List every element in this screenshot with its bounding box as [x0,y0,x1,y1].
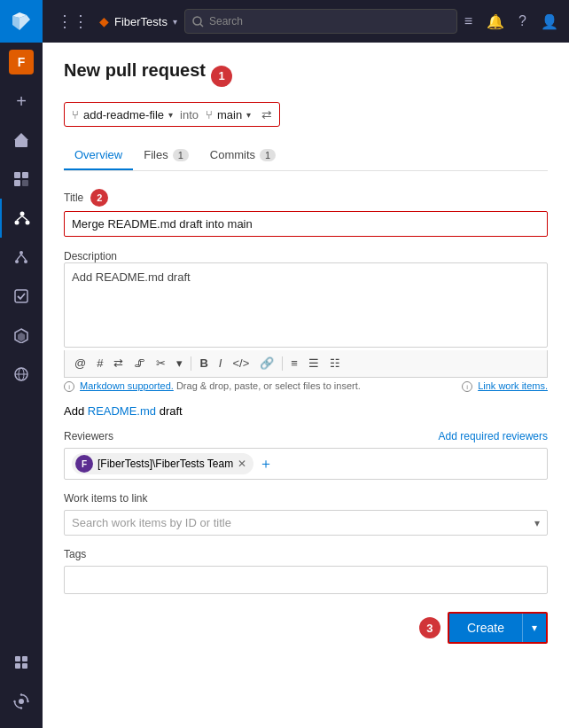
title-label: Title [64,192,83,204]
sidebar-item-repos[interactable] [0,199,43,238]
work-items-placeholder: Search work items by ID or title [72,516,231,529]
toolbar-attach-btn[interactable]: 🖇 [129,354,150,373]
tab-commits-label: Commits [210,148,255,161]
description-group: Description Add README.md draft @ # ⇄ 🖇 … [64,249,548,392]
toolbar-italic-btn[interactable]: I [214,354,227,373]
sidebar-item-boards[interactable] [0,160,43,199]
title-input[interactable] [64,211,548,237]
draft-link-row: Add README.md draft [64,404,548,418]
sidebar-item-pipelines[interactable] [0,238,43,277]
search-icon [192,16,204,27]
svg-rect-3 [15,139,27,147]
reviewer-box: F [FiberTests]\FiberTests Team ✕ ＋ [64,448,548,480]
toolbar-strikethrough-btn[interactable]: ✂ [152,354,170,373]
toolbar-ol-btn[interactable]: ☷ [325,354,345,373]
draft-link[interactable]: README.md [88,404,156,418]
user-avatar[interactable]: F [9,50,34,74]
target-branch-button[interactable]: ⑂ main ▾ [206,108,251,121]
swap-branches-button[interactable]: ⇄ [261,107,272,121]
sidebar-item-connections[interactable] [0,355,43,394]
toolbar-ul-btn[interactable]: ☰ [304,354,323,373]
tab-files-label: Files [144,148,168,161]
tab-files[interactable]: Files 1 [133,141,199,170]
tags-label: Tags [64,548,548,560]
description-textarea[interactable]: Add README.md draft [64,262,548,348]
boards-icon [13,171,29,187]
svg-point-10 [15,221,19,225]
add-required-reviewers-link[interactable]: Add required reviewers [439,430,548,442]
markdown-hint: i Markdown supported. Drag & drop, paste… [64,380,548,392]
svg-rect-27 [15,663,20,669]
svg-marker-2 [19,15,30,30]
toolbar-pr-btn[interactable]: ⇄ [109,354,128,373]
toolbar-more-btn[interactable]: ▾ [172,354,187,373]
editor-toolbar: @ # ⇄ 🖇 ✂ ▾ B I </> 🔗 ≡ ☰ ☷ [64,350,548,378]
link-work-items-link[interactable]: Link work items. [478,380,548,391]
topbar-search[interactable]: Search [184,9,457,34]
svg-point-15 [15,260,19,263]
home-icon [13,132,29,148]
svg-point-16 [24,260,27,263]
toolbar-hash-btn[interactable]: # [92,354,107,373]
toolbar-link-btn[interactable]: 🔗 [255,354,278,373]
svg-point-9 [20,212,25,216]
branch-icon-target: ⑂ [206,108,213,121]
step-badge-1: 1 [211,66,232,87]
sidebar-item-settings[interactable] [0,682,43,721]
work-items-label: Work items to link [64,492,548,505]
sidebar-item-extensions[interactable] [0,643,43,682]
toolbar-separator-2 [282,356,283,371]
user-avatar-wrap[interactable]: F [0,43,43,82]
work-items-search[interactable]: Search work items by ID or title ▾ [64,510,548,536]
search-placeholder: Search [209,15,243,27]
sidebar-item-home[interactable] [0,121,43,160]
svg-rect-19 [15,290,27,302]
topbar-project[interactable]: ◆ FiberTests ▾ [99,14,177,28]
reviewers-label: Reviewers [64,430,113,442]
pipelines-icon [13,249,29,265]
azure-devops-logo-icon [12,12,30,30]
topbar-notifications-icon[interactable]: 🔔 [487,13,504,30]
settings-icon [13,693,29,709]
tab-overview[interactable]: Overview [64,141,133,170]
description-label: Description [64,250,117,262]
svg-marker-21 [18,333,25,341]
project-name: FiberTests [114,15,168,28]
sidebar-item-artifacts[interactable] [0,316,43,355]
svg-line-12 [17,216,22,221]
svg-point-14 [19,251,23,254]
toolbar-quote-btn[interactable]: ≡ [286,354,302,373]
branch-selector: ⑂ add-readme-file ▾ into ⑂ main ▾ ⇄ [64,102,280,127]
svg-rect-6 [22,172,28,178]
reviewer-add-button[interactable]: ＋ [259,455,273,474]
sidebar-bottom [0,643,43,728]
topbar-user-icon[interactable]: 👤 [541,13,558,30]
toolbar-mention-btn[interactable]: @ [70,354,90,373]
page-title: New pull request [64,60,206,81]
tags-input[interactable] [64,566,548,594]
tab-commits[interactable]: Commits 1 [199,141,286,170]
sidebar-item-testplans[interactable] [0,277,43,316]
artifacts-icon [13,327,29,343]
topbar-list-icon[interactable]: ≡ [464,13,472,29]
step-badge-3: 3 [419,617,440,638]
work-items-chevron-icon: ▾ [534,517,540,529]
toolbar-code-btn[interactable]: </> [228,354,253,373]
svg-rect-5 [14,172,20,178]
toolbar-bold-btn[interactable]: B [195,354,212,373]
svg-marker-1 [12,16,19,30]
sidebar-item-add[interactable]: + [0,82,43,121]
markdown-supported-link[interactable]: Markdown supported. [80,380,174,391]
reviewer-remove-button[interactable]: ✕ [238,458,246,470]
project-diamond-icon: ◆ [99,14,109,28]
create-button-chevron[interactable]: ▾ [522,614,546,642]
create-button[interactable]: Create [449,614,522,642]
topbar-hamburger[interactable]: ⋮⋮ [53,12,92,31]
svg-point-33 [13,701,15,702]
source-branch-chevron-icon: ▾ [168,110,173,120]
info-icon-2: i [462,381,472,392]
topbar-help-icon[interactable]: ? [518,13,526,29]
svg-line-13 [22,216,27,221]
tab-commits-badge: 1 [260,149,276,161]
source-branch-button[interactable]: ⑂ add-readme-file ▾ [72,108,173,121]
